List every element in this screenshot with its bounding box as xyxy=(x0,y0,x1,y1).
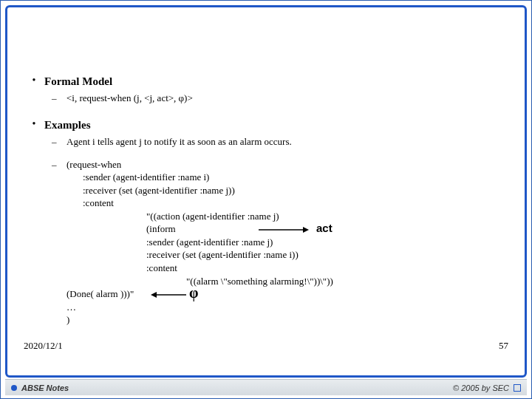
bullet-icon: • xyxy=(24,74,44,89)
slide-page-number: 57 xyxy=(499,340,508,352)
section-formal-model: • Formal Model xyxy=(24,74,508,89)
footer-copyright: © 2005 by SEC xyxy=(453,383,509,392)
svg-marker-1 xyxy=(303,227,309,233)
bullet-icon: • xyxy=(24,117,44,132)
code-line: :content xyxy=(146,262,508,275)
slide-date: 2020/12/1 xyxy=(24,340,63,352)
dash-icon: – xyxy=(52,92,66,105)
code-line-inform: (inform act xyxy=(146,222,508,236)
dash-icon: – xyxy=(52,135,66,149)
logo-square-icon xyxy=(514,384,521,392)
code-line: ) xyxy=(66,313,508,327)
annotation-act: act xyxy=(316,221,332,236)
code-line: :sender (agent-identifier :name j) xyxy=(146,236,508,249)
code-line-done: (Done( alarm )))" φ xyxy=(66,287,508,301)
example-description: – Agent i tells agent j to notify it as … xyxy=(52,135,508,149)
code-text: (inform xyxy=(146,223,176,234)
code-text: (Done( alarm )))" xyxy=(66,288,134,299)
heading-examples: Examples xyxy=(44,117,91,132)
footer-notes-label: ABSE Notes xyxy=(21,383,69,392)
svg-marker-3 xyxy=(151,292,157,298)
code-line: :sender (agent-identifier :name i) xyxy=(83,171,508,184)
footer-right: © 2005 by SEC xyxy=(453,383,521,392)
formal-model-item: – <i, request-when (j, <j, act>, φ)> xyxy=(52,92,508,105)
dash-icon: – xyxy=(52,158,66,327)
code-body: (request-when :sender (agent-identifier … xyxy=(66,158,508,327)
heading-formal-model: Formal Model xyxy=(44,74,112,89)
arrow-icon xyxy=(149,290,186,299)
example-code-block: – (request-when :sender (agent-identifie… xyxy=(52,158,508,327)
footer-bar: ABSE Notes © 2005 by SEC xyxy=(5,379,527,395)
code-line: :receiver (set (agent-identifier :name i… xyxy=(146,248,508,262)
arrow-icon xyxy=(259,225,310,234)
annotation-phi: φ xyxy=(189,283,198,303)
code-line: … xyxy=(66,301,508,314)
code-line: :receiver (set (agent-identifier :name j… xyxy=(83,184,508,197)
code-line: (request-when xyxy=(66,158,508,171)
slide-root: • Formal Model – <i, request-when (j, <j… xyxy=(0,0,532,399)
example-description-text: Agent i tells agent j to notify it as so… xyxy=(66,135,292,149)
section-examples: • Examples xyxy=(24,117,508,132)
formal-model-text: <i, request-when (j, <j, act>, φ)> xyxy=(66,92,193,105)
code-line: :content xyxy=(83,197,508,210)
slide-content: • Formal Model – <i, request-when (j, <j… xyxy=(24,12,508,375)
slide-meta-row: 2020/12/1 57 xyxy=(24,340,508,352)
footer-left: ABSE Notes xyxy=(11,383,69,392)
logo-dot-icon xyxy=(11,385,17,391)
slide-frame: • Formal Model – <i, request-when (j, <j… xyxy=(5,5,527,378)
code-line: "((alarm \"something alarming!\"))\")) xyxy=(186,275,508,288)
